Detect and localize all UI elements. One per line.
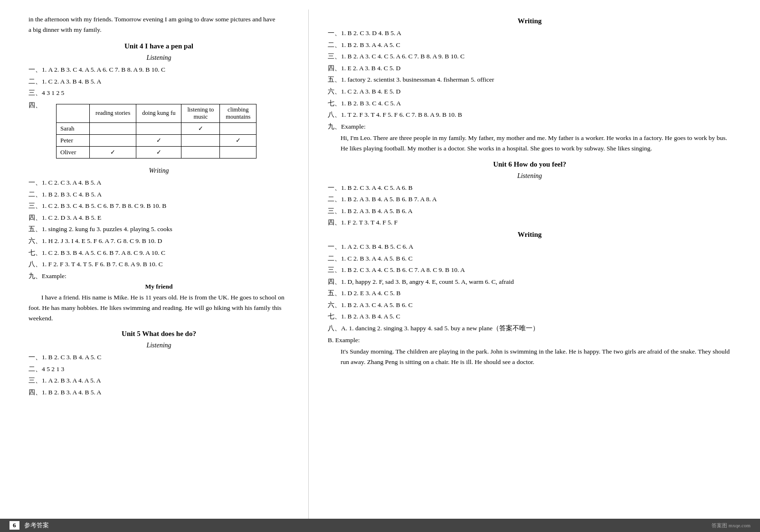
page-number: 6 (10, 521, 19, 530)
unit6-w4: 四、1. D, happy 2. F, sad 3. B, angry 4. E… (328, 277, 732, 287)
unit4-example-text: I have a friend. His name is Mike. He is… (28, 292, 289, 323)
left-column: in the afternoon with my friends. Tomorr… (0, 9, 309, 523)
unit4-listening-title: Listening (28, 54, 289, 62)
unit6-w7: 七、1. B 2. A 3. B 4. A 5. C (328, 311, 732, 322)
unit6-l1: 一、1. B 2. C 3. A 4. C 5. A 6. B (328, 183, 732, 193)
unit5-l1: 一、1. B 2. C 3. B 4. A 5. C (28, 352, 289, 363)
unit5-l2: 二、4 5 2 1 3 (28, 364, 289, 374)
unit6-w2: 二、1. C 2. B 3. A 4. A 5. B 6. C (328, 253, 732, 264)
unit4-l3: 三、4 3 1 2 5 (28, 88, 289, 98)
unit4-w4: 四、1. C 2. D 3. A 4. B 5. E (28, 213, 289, 223)
watermark: 答案图 mxqe.com (712, 522, 750, 529)
unit6-w6: 六、1. B 2. A 3. C 4. A 5. B 6. C (328, 300, 732, 310)
unit6-l2: 二、1. B 2. A 3. B 4. A 5. B 6. B 7. A 8. … (328, 194, 732, 205)
unit4-w1: 一、1. C 2. C 3. A 4. B 5. A (28, 177, 289, 188)
unit4-table: reading stories doing kung fu listening … (42, 104, 256, 159)
unit4-writing-title: Writing (28, 167, 289, 175)
unit6-l4: 四、1. F 2. T 3. T 4. F 5. F (328, 217, 732, 228)
right-w8: 八、1. T 2. F 3. T 4. F 5. F 6. C 7. B 8. … (328, 110, 732, 120)
right-w4: 四、1. E 2. A 3. B 4. C 5. D (328, 63, 732, 74)
table-row: Oliver ✓ ✓ (57, 146, 256, 158)
unit6-w8a: 八、A. 1. dancing 2. singing 3. happy 4. s… (328, 323, 732, 334)
unit4-l4-label: 四、 (28, 101, 42, 110)
right-w9-label: 九、Example: (328, 121, 732, 132)
right-example-text: Hi, I'm Leo. There are three people in m… (328, 133, 732, 153)
unit4-w8: 八、1. F 2. F 3. T 4. T 5. F 6. B 7. C 8. … (28, 259, 289, 270)
unit4-example-title: My friend (28, 283, 289, 290)
unit4-l2: 二、1. C 2. A 3. B 4. B 5. A (28, 76, 289, 87)
unit4-w3: 三、1. C 2. B 3. C 4. B 5. C 6. B 7. B 8. … (28, 201, 289, 211)
right-w6: 六、1. C 2. A 3. B 4. E 5. D (328, 86, 732, 97)
unit5-l3: 三、1. A 2. B 3. A 4. A 5. A (28, 375, 289, 386)
unit4-title: Unit 4 I have a pen pal (28, 42, 289, 50)
footer-label: 参考答案 (24, 521, 49, 530)
right-w3: 三、1. B 2. A 3. C 4. C 5. A 6. C 7. B 8. … (328, 51, 732, 62)
unit6-l3: 三、1. B 2. A 3. B 4. A 5. B 6. A (328, 206, 732, 216)
right-column: Writing 一、1. B 2. C 3. D 4. B 5. A 二、1. … (309, 9, 760, 523)
table-row: Sarah ✓ (57, 122, 256, 134)
unit6-w1: 一、1. A 2. C 3. B 4. B 5. C 6. A (328, 242, 732, 252)
right-w5: 五、1. factory 2. scientist 3. businessman… (328, 75, 732, 85)
unit6-w3: 三、1. B 2. C 3. A 4. C 5. B 6. C 7. A 8. … (328, 265, 732, 275)
intro-text: in the afternoon with my friends. Tomorr… (28, 14, 289, 35)
right-w7: 七、1. B 2. B 3. C 4. C 5. A (328, 98, 732, 109)
unit4-w7: 七、1. C 2. B 3. B 4. A 5. C 6. B 7. A 8. … (28, 248, 289, 258)
unit4-l1: 一、1. A 2. B 3. C 4. A 5. A 6. C 7. B 8. … (28, 65, 289, 75)
right-w2: 二、1. B 2. B 3. A 4. A 5. C (328, 40, 732, 50)
unit5-listening-title: Listening (28, 342, 289, 349)
table-row: Peter ✓ ✓ (57, 134, 256, 146)
unit4-w5: 五、1. singing 2. kung fu 3. puzzles 4. pl… (28, 224, 289, 234)
unit6-w8b-label: B. Example: (328, 335, 732, 345)
unit6-listening-title: Listening (328, 172, 732, 180)
unit6-w5: 五、1. D 2. E 3. A 4. C 5. B (328, 288, 732, 299)
footer-bar: 6 参考答案 答案图 mxqe.com (0, 519, 760, 532)
unit4-example-block: My friend I have a friend. His name is M… (28, 283, 289, 323)
unit4-w2: 二、1. B 2. B 3. C 4. B 5. A (28, 189, 289, 200)
unit5-l4: 四、1. B 2. B 3. A 4. B 5. A (28, 387, 289, 398)
unit6-example-text: It's Sunday morning. The children are pl… (328, 346, 732, 367)
unit4-w6: 六、1. H 2. J 3. I 4. E 5. F 6. A 7. G 8. … (28, 236, 289, 246)
unit4-w9-label: 九、Example: (28, 271, 289, 281)
unit6-writing-title: Writing (328, 231, 732, 239)
unit5-title: Unit 5 What does he do? (28, 330, 289, 338)
right-writing-title: Writing (328, 17, 732, 25)
unit6-title: Unit 6 How do you feel? (328, 160, 732, 168)
right-w1: 一、1. B 2. C 3. D 4. B 5. A (328, 28, 732, 38)
